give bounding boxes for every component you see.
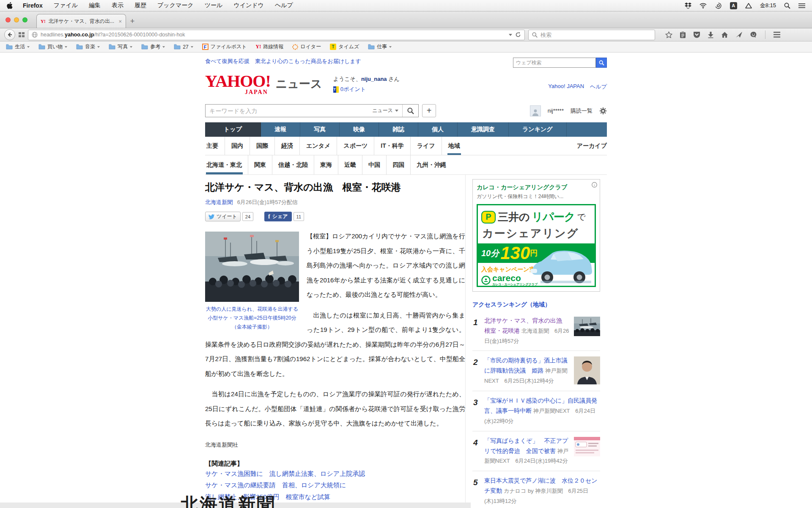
tab-groups-icon[interactable] bbox=[19, 32, 25, 37]
alfred-icon[interactable] bbox=[745, 3, 752, 8]
tab-top[interactable]: トップ bbox=[205, 122, 261, 137]
add-theme-button[interactable]: + bbox=[422, 104, 436, 117]
tab-video[interactable]: 映像 bbox=[340, 122, 379, 137]
home-icon[interactable] bbox=[721, 31, 728, 38]
search-scope-select[interactable]: ニュース bbox=[368, 107, 402, 114]
bookmark-folder-music[interactable]: 音楽 bbox=[76, 43, 100, 50]
yahoo-logo[interactable]: YAHOO! JAPAN bbox=[205, 73, 271, 90]
tab-photo[interactable]: 写真 bbox=[300, 122, 340, 137]
menu-history[interactable]: 履歴 bbox=[134, 2, 146, 9]
pocket-icon[interactable] bbox=[693, 31, 700, 38]
web-search-button[interactable] bbox=[596, 58, 607, 68]
back-button[interactable] bbox=[4, 29, 15, 40]
downloads-icon[interactable] bbox=[708, 31, 714, 38]
creative-cloud-icon[interactable] bbox=[715, 3, 722, 9]
window-zoom-button[interactable] bbox=[22, 17, 27, 22]
browser-tab-active[interactable]: Y! 北洋サケ・マス、背水の出... × bbox=[36, 14, 126, 28]
menu-file[interactable]: ファイル bbox=[54, 2, 78, 9]
promo-link[interactable]: 食べて復興を応援 東北より心のこもった商品をお届けします bbox=[205, 58, 361, 65]
region-hokkaido-tohoku[interactable]: 北海道・東北 bbox=[205, 155, 248, 174]
subscription-list-link[interactable]: 購読一覧 bbox=[571, 107, 593, 115]
article-photo-figure[interactable]: 大勢の人に見送られ、花咲港を出港する小型サケ・マス漁船=25日午後5時20分（金… bbox=[205, 232, 299, 331]
dropbox-icon[interactable] bbox=[685, 3, 691, 9]
menu-view[interactable]: 表示 bbox=[112, 2, 123, 9]
ad-banner[interactable]: P 三井のリパークで カーシェアリング 10分 130 円 入会キャンペーン実施… bbox=[477, 204, 596, 287]
related-link[interactable]: サケ・マス漁の継続要請 首相、ロシア大統領に bbox=[205, 479, 465, 491]
browser-search-bar[interactable] bbox=[528, 30, 655, 40]
share-icon[interactable] bbox=[735, 31, 743, 38]
new-tab-button[interactable]: + bbox=[126, 15, 139, 27]
region-chugoku[interactable]: 中国 bbox=[362, 155, 387, 174]
bookmark-folder-life[interactable]: 生活 bbox=[6, 43, 30, 50]
bookmark-transit[interactable]: Y! 路線情報 bbox=[256, 43, 284, 50]
region-kinki[interactable]: 近畿 bbox=[338, 155, 362, 174]
tweet-button[interactable]: ツイート bbox=[205, 212, 241, 221]
ranking-link[interactable]: 「写真ばらまくぞ」 不正アプリで性的脅迫 全国で被害 bbox=[484, 437, 568, 454]
window-close-button[interactable] bbox=[5, 17, 11, 22]
menu-edit[interactable]: 編集 bbox=[89, 2, 101, 9]
cat-entertainment[interactable]: エンタメ bbox=[300, 137, 337, 155]
tab-magazine[interactable]: 雑誌 bbox=[379, 122, 418, 137]
help-link[interactable]: ヘルプ bbox=[590, 83, 607, 91]
bookmark-folder-shopping[interactable]: 買い物 bbox=[38, 43, 67, 50]
menu-help[interactable]: ヘルプ bbox=[275, 2, 293, 9]
cat-life[interactable]: ライフ bbox=[411, 137, 442, 155]
reload-icon[interactable] bbox=[515, 32, 521, 38]
url-bar[interactable]: headlines.yahoo.co.jp/hl?a=20150626-0001… bbox=[28, 30, 525, 40]
reading-list-icon[interactable] bbox=[680, 31, 686, 39]
bookmark-folder-photo[interactable]: 写真 bbox=[109, 43, 132, 50]
menu-firefox[interactable]: Firefox bbox=[23, 2, 43, 9]
region-kanto[interactable]: 関東 bbox=[248, 155, 272, 174]
news-search-button[interactable] bbox=[402, 105, 418, 117]
ad-info-icon[interactable]: i bbox=[592, 182, 597, 188]
notification-center-icon[interactable] bbox=[798, 3, 805, 8]
login-id[interactable]: nij***** bbox=[548, 108, 564, 114]
avatar[interactable] bbox=[530, 105, 541, 116]
ad-title-link[interactable]: カレコ・カーシェアリングクラブ bbox=[477, 184, 567, 190]
related-link[interactable]: サケ・マス漁困難に 流し網禁止法案、ロシア上院承認 bbox=[205, 468, 465, 480]
cat-sports[interactable]: スポーツ bbox=[337, 137, 374, 155]
news-search-input[interactable] bbox=[206, 108, 368, 114]
cat-region[interactable]: 地域 bbox=[442, 137, 466, 155]
points-link[interactable]: 0ポイント bbox=[340, 86, 366, 93]
menu-bookmarks[interactable]: ブックマーク bbox=[157, 2, 194, 9]
cat-major[interactable]: 主要 bbox=[205, 137, 225, 155]
source-link[interactable]: 北海道新聞 bbox=[205, 199, 233, 205]
cat-world[interactable]: 国際 bbox=[250, 137, 275, 155]
bookmark-folder-27[interactable]: 27 bbox=[174, 44, 193, 50]
apple-menu-icon[interactable] bbox=[7, 2, 13, 9]
browser-search-input[interactable] bbox=[540, 32, 651, 38]
region-shinetsu[interactable]: 信越・北陸 bbox=[272, 155, 314, 174]
bookmark-reuters[interactable]: ロイター bbox=[292, 43, 321, 50]
cat-economy[interactable]: 経済 bbox=[275, 137, 300, 155]
tab-ranking[interactable]: ランキング bbox=[509, 122, 567, 137]
spotlight-icon[interactable] bbox=[784, 3, 790, 9]
bookmark-folder-reference[interactable]: 参考 bbox=[141, 43, 165, 50]
tab-poll[interactable]: 意識調査 bbox=[458, 122, 509, 137]
settings-gear-icon[interactable] bbox=[599, 107, 607, 115]
cat-it-science[interactable]: IT・科学 bbox=[374, 137, 410, 155]
menu-window[interactable]: ウインドウ bbox=[233, 2, 264, 9]
archive-link[interactable]: アーカイブ bbox=[577, 142, 607, 150]
web-search-input[interactable] bbox=[513, 58, 596, 68]
news-search-box[interactable]: ニュース bbox=[205, 104, 419, 117]
region-shikoku[interactable]: 四国 bbox=[387, 155, 411, 174]
bookmark-star-icon[interactable] bbox=[665, 31, 672, 39]
region-kyushu-okinawa[interactable]: 九州・沖縄 bbox=[411, 155, 452, 174]
window-minimize-button[interactable] bbox=[14, 17, 19, 22]
menubar-clock[interactable]: 金8:15 bbox=[760, 2, 776, 9]
bookmark-fileposter[interactable]: F ファイルポスト bbox=[202, 43, 247, 50]
input-source-icon[interactable]: A bbox=[730, 2, 737, 9]
hello-icon[interactable] bbox=[750, 31, 757, 38]
yahoo-japan-link[interactable]: Yahoo! JAPAN bbox=[548, 83, 584, 91]
username[interactable]: niju_nana bbox=[361, 76, 387, 82]
menu-hamburger-icon[interactable] bbox=[774, 32, 780, 38]
tab-flash[interactable]: 速報 bbox=[261, 122, 300, 137]
cat-domestic[interactable]: 国内 bbox=[225, 137, 250, 155]
facebook-share-button[interactable]: f シェア bbox=[264, 212, 292, 221]
tab-personal[interactable]: 個人 bbox=[418, 122, 458, 137]
tab-close-icon[interactable]: × bbox=[118, 18, 122, 25]
photo-caption[interactable]: 大勢の人に見送られ、花咲港を出港する小型サケ・マス漁船=25日午後5時20分（金… bbox=[205, 305, 299, 331]
url-dropdown-icon[interactable] bbox=[509, 34, 512, 36]
bookmark-times[interactable]: T タイムズ bbox=[330, 43, 359, 50]
